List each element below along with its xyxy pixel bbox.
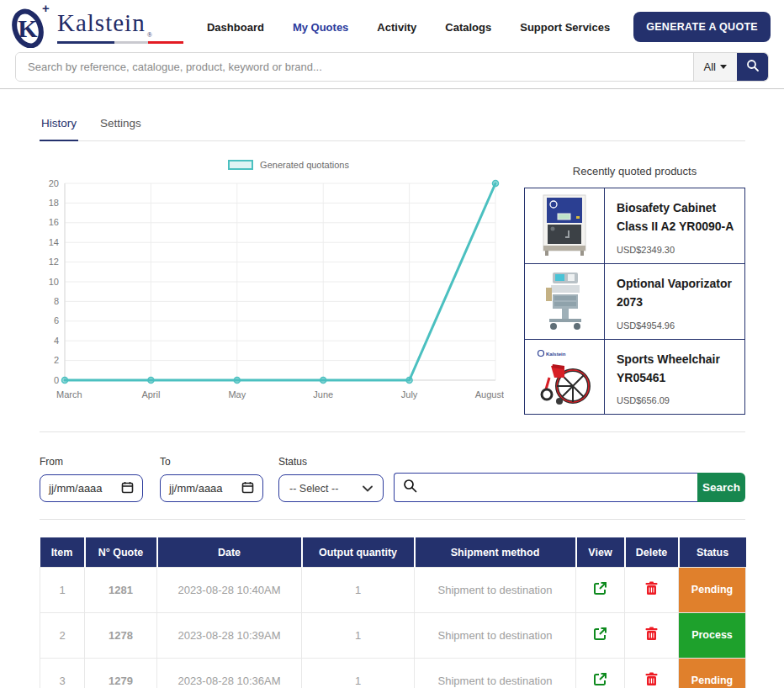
col-header-status: Status <box>679 537 746 567</box>
table-row: 3 1279 2023-08-28 10:36AM 1 Shipment to … <box>40 658 746 688</box>
to-date-input[interactable]: jj/mm/aaaa <box>160 474 263 502</box>
kalstein-wordmark: Kalstein® <box>57 11 183 44</box>
chart-legend[interactable]: Generated quotations <box>73 160 504 170</box>
trash-icon <box>645 631 658 643</box>
history-settings-tabs: History Settings <box>40 114 745 141</box>
table-row: 1 1281 2023-08-28 10:40AM 1 Shipment to … <box>40 567 746 612</box>
svg-text:+: + <box>42 3 50 15</box>
cell-shipment-method: Shipment to destination <box>415 567 576 612</box>
chart-filters-divider <box>40 431 745 432</box>
svg-text:May: May <box>228 389 246 400</box>
svg-text:April: April <box>141 389 160 400</box>
kalstein-logo[interactable]: K + Kalstein® <box>7 3 183 51</box>
top-navigation-bar: K + Kalstein® Dashboard My Quotes Activi… <box>0 0 784 49</box>
generate-quote-button[interactable]: GENERATE A QUOTE <box>633 12 771 42</box>
delete-quote-button[interactable] <box>642 623 661 647</box>
cell-item: 2 <box>40 612 85 658</box>
svg-text:June: June <box>313 389 333 400</box>
status-badge: Process <box>679 613 745 658</box>
cell-output-quantity: 1 <box>302 567 415 612</box>
nav-item-dashboard[interactable]: Dashboard <box>207 21 264 34</box>
quotes-search-input[interactable] <box>422 481 689 494</box>
cell-shipment-method: Shipment to destination <box>415 658 576 688</box>
quotes-table: Item N° Quote Date Output quantity Shipm… <box>40 537 746 688</box>
quotes-search-button[interactable]: Search <box>697 473 745 502</box>
col-header-date: Date <box>157 537 302 567</box>
biosafety-cabinet-icon <box>537 193 592 257</box>
generated-quotations-line-chart: 02468101214161820MarchAprilMayJuneJulyAu… <box>40 172 504 405</box>
product-name[interactable]: Biosafety Cabinet Class II A2 YR0090-A <box>617 198 734 236</box>
legend-swatch-icon <box>228 160 253 170</box>
col-header-view: View <box>576 537 625 567</box>
nav-item-support-services[interactable]: Support Services <box>520 21 610 34</box>
product-name[interactable]: Optional Vaporizator 2073 <box>617 274 734 312</box>
header-divider <box>0 88 784 89</box>
nav-item-catalogs[interactable]: Catalogs <box>445 21 491 34</box>
col-header-item: Item <box>40 537 85 567</box>
cell-item: 3 <box>40 658 85 688</box>
calendar-icon[interactable] <box>241 481 254 496</box>
cell-quote-number: 1279 <box>85 658 157 688</box>
svg-text:2: 2 <box>54 355 59 365</box>
search-scope-value: All <box>704 61 716 73</box>
svg-text:August: August <box>475 389 504 400</box>
svg-text:12: 12 <box>49 257 59 267</box>
caret-down-icon <box>720 65 727 69</box>
to-label: To <box>160 456 263 468</box>
product-image-anesthesia-machine[interactable] <box>525 264 605 339</box>
svg-text:20: 20 <box>49 178 59 188</box>
table-row: 2 1278 2023-08-28 10:39AM 1 Shipment to … <box>40 612 746 658</box>
status-badge: Pending <box>679 568 745 612</box>
svg-text:14: 14 <box>49 237 59 247</box>
global-search-input[interactable] <box>16 53 693 81</box>
product-name[interactable]: Sports Wheelchair YR05461 <box>617 350 734 388</box>
svg-text:18: 18 <box>49 198 59 208</box>
nav-item-my-quotes[interactable]: My Quotes <box>293 21 348 34</box>
legend-label: Generated quotations <box>260 160 349 170</box>
product-price: USD$2349.30 <box>617 245 734 255</box>
registered-mark: ® <box>147 31 153 39</box>
tab-history[interactable]: History <box>40 114 78 141</box>
cell-output-quantity: 1 <box>302 658 415 688</box>
status-select-value: -- Select -- <box>289 483 338 495</box>
cell-output-quantity: 1 <box>302 612 415 658</box>
quotes-filter-bar: From jj/mm/aaaa To jj/mm/aaaa Status -- … <box>40 456 745 502</box>
svg-text:6: 6 <box>54 315 59 325</box>
anesthesia-machine-icon <box>538 271 591 331</box>
cell-date: 2023-08-28 10:40AM <box>157 567 302 612</box>
recently-quoted-panel: Recently quoted products <box>524 158 745 415</box>
trash-icon <box>645 676 658 688</box>
from-date-input[interactable]: jj/mm/aaaa <box>40 474 143 502</box>
svg-text:K: K <box>18 14 38 42</box>
svg-text:March: March <box>56 389 82 400</box>
quotes-search-box <box>394 473 697 502</box>
view-quote-button[interactable] <box>590 623 611 647</box>
svg-text:July: July <box>401 389 418 400</box>
trash-icon <box>645 585 658 598</box>
delete-quote-button[interactable] <box>642 578 661 601</box>
svg-text:4: 4 <box>54 336 59 346</box>
view-quote-button[interactable] <box>590 669 611 688</box>
col-header-output-quantity: Output quantity <box>302 537 415 567</box>
delete-quote-button[interactable] <box>642 669 661 688</box>
svg-text:0: 0 <box>54 375 59 385</box>
from-date-value: jj/mm/aaaa <box>49 482 103 495</box>
search-scope-dropdown[interactable]: All <box>693 53 737 81</box>
search-icon <box>746 59 760 75</box>
to-date-value: jj/mm/aaaa <box>169 482 223 495</box>
view-quote-button[interactable] <box>590 578 611 601</box>
chevron-down-icon <box>363 483 373 495</box>
status-select[interactable]: -- Select -- <box>278 474 384 502</box>
tricolor-underline <box>57 41 183 44</box>
calendar-icon[interactable] <box>121 481 134 496</box>
product-image-sports-wheelchair[interactable]: Kalstein <box>525 340 605 415</box>
from-label: From <box>40 456 143 468</box>
global-search-button[interactable] <box>737 53 768 81</box>
product-image-biosafety-cabinet[interactable] <box>525 188 605 263</box>
cell-date: 2023-08-28 10:36AM <box>157 658 302 688</box>
nav-item-activity[interactable]: Activity <box>377 21 416 34</box>
tab-settings[interactable]: Settings <box>98 114 143 140</box>
cell-quote-number: 1281 <box>85 567 157 612</box>
status-label: Status <box>278 456 384 468</box>
search-icon <box>403 479 417 496</box>
